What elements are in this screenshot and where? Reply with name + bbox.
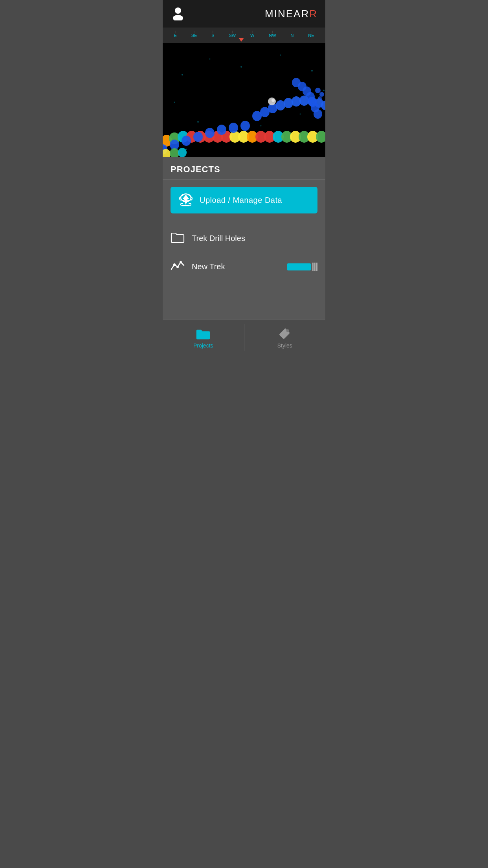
viz-svg [163, 43, 325, 157]
svg-point-3 [182, 74, 183, 75]
svg-point-7 [311, 70, 313, 72]
svg-point-32 [268, 97, 276, 105]
compass-arrow [238, 38, 244, 42]
project-list: Trek Drill Holes New Trek [171, 224, 317, 281]
svg-point-5 [240, 66, 242, 68]
trek-drill-holes-label: Trek Drill Holes [192, 234, 317, 243]
svg-point-36 [318, 96, 322, 100]
svg-point-10 [300, 114, 301, 115]
svg-point-0 [175, 7, 181, 14]
svg-point-4 [209, 59, 211, 60]
tab-styles[interactable]: Styles [244, 320, 326, 355]
svg-point-63 [240, 121, 250, 131]
3d-visualization[interactable] [163, 43, 325, 157]
compass-ne: NE [308, 33, 314, 38]
compass-directions: E SE S SW W NW N NE [167, 33, 321, 38]
svg-point-6 [280, 55, 281, 56]
compass-nw: NW [269, 33, 276, 38]
progress-grid [312, 263, 317, 271]
svg-point-74 [286, 329, 289, 332]
compass-n: N [290, 33, 294, 38]
upload-button-label: Upload / Manage Data [200, 196, 282, 205]
compass-se: SE [191, 33, 197, 38]
projects-section: PROJECTS [163, 157, 325, 288]
grid-line-1 [312, 263, 314, 271]
projects-title: PROJECTS [171, 164, 317, 175]
compass-bar: E SE S SW W NW N NE [163, 28, 325, 43]
svg-point-35 [319, 92, 324, 97]
new-trek-label: New Trek [192, 262, 280, 271]
content-spacer [163, 288, 325, 320]
chart-line-icon [171, 259, 185, 274]
compass-e: E [174, 33, 176, 38]
svg-point-62 [229, 123, 238, 133]
svg-point-59 [193, 132, 203, 142]
bottom-nav: Projects Styles [163, 320, 325, 355]
upload-icon [178, 194, 193, 206]
grid-line-2 [314, 263, 316, 271]
progress-fill [287, 263, 311, 270]
svg-point-58 [182, 136, 191, 146]
svg-point-19 [284, 98, 293, 108]
compass-sw: SW [229, 33, 236, 38]
upload-manage-data-button[interactable]: Upload / Manage Data [171, 187, 317, 213]
user-icon[interactable] [171, 6, 185, 22]
tab-projects-label: Projects [193, 342, 213, 349]
svg-point-61 [217, 125, 226, 135]
compass-w: W [250, 33, 254, 38]
svg-point-1 [173, 15, 183, 20]
projects-body: Upload / Manage Data Trek Drill Holes [163, 180, 325, 288]
svg-point-71 [173, 263, 176, 266]
compass-s: S [211, 33, 214, 38]
tab-projects[interactable]: Projects [163, 320, 244, 355]
svg-point-8 [174, 102, 175, 103]
header: MINEARR [163, 0, 325, 28]
svg-point-60 [205, 128, 215, 138]
app-logo: MINEARR [265, 8, 317, 20]
svg-point-73 [180, 261, 182, 263]
svg-point-9 [197, 121, 199, 123]
folder-icon [171, 231, 185, 246]
svg-point-66 [178, 148, 187, 157]
projects-header: PROJECTS [163, 157, 325, 180]
svg-point-33 [272, 99, 275, 102]
logo-accent: R [309, 8, 317, 20]
project-item-new-trek[interactable]: New Trek [171, 253, 317, 281]
svg-point-31 [314, 109, 322, 119]
project-item-trek-drill-holes[interactable]: Trek Drill Holes [171, 224, 317, 253]
svg-point-11 [323, 90, 325, 91]
svg-point-13 [261, 125, 262, 127]
grid-line-3 [316, 263, 317, 271]
new-trek-progress [287, 263, 317, 271]
svg-point-72 [176, 266, 179, 268]
svg-point-34 [315, 88, 321, 93]
tab-styles-label: Styles [277, 342, 292, 349]
